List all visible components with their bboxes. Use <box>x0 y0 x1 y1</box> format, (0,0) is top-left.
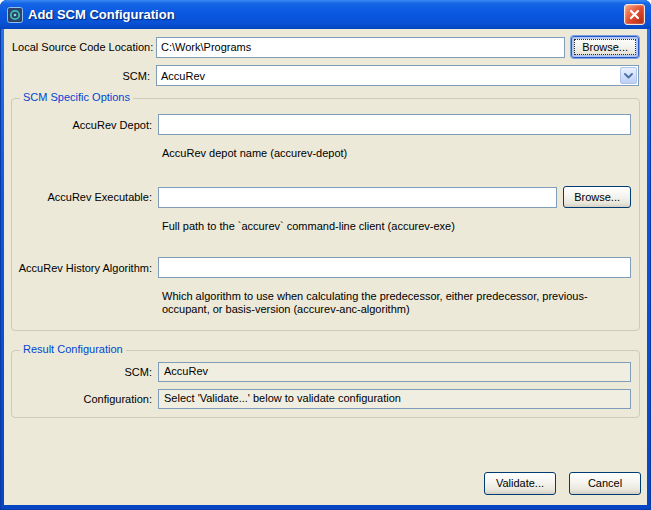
location-row: Local Source Code Location: Browse... <box>8 36 639 58</box>
result-scm-label: SCM: <box>12 366 152 378</box>
scm-combobox-value: AccuRev <box>157 70 619 82</box>
result-configuration-label: Configuration: <box>12 393 152 405</box>
history-help-text: Which algorithm to use when calculating … <box>162 290 619 316</box>
location-input[interactable] <box>156 37 565 58</box>
executable-browse-button[interactable]: Browse... <box>563 186 631 208</box>
depot-row: AccuRev Depot: <box>12 114 631 135</box>
result-group-title: Result Configuration <box>20 343 126 355</box>
history-row: AccuRev History Algorithm: <box>12 257 631 278</box>
location-browse-button[interactable]: Browse... <box>571 36 639 58</box>
location-label: Local Source Code Location: <box>12 41 150 53</box>
close-icon[interactable] <box>624 4 645 25</box>
executable-input[interactable] <box>158 187 557 208</box>
executable-help-text: Full path to the `accurev` command-line … <box>162 220 619 233</box>
scm-app-icon <box>7 7 23 23</box>
scm-combobox[interactable]: AccuRev <box>156 65 639 86</box>
dialog-window: Add SCM Configuration Local Source Code … <box>0 0 651 510</box>
result-scm-row: SCM: AccuRev <box>12 362 631 382</box>
result-configuration-row: Configuration: Select 'Validate...' belo… <box>12 389 631 409</box>
executable-row: AccuRev Executable: Browse... <box>12 186 631 208</box>
depot-help-text: AccuRev depot name (accurev-depot) <box>162 147 619 160</box>
scm-options-group: SCM Specific Options AccuRev Depot: Accu… <box>11 98 640 331</box>
chevron-down-icon[interactable] <box>620 67 637 84</box>
depot-input[interactable] <box>158 114 631 135</box>
dialog-body: Local Source Code Location: Browse... SC… <box>4 29 647 505</box>
scm-options-group-title: SCM Specific Options <box>20 91 133 103</box>
result-configuration-value: Select 'Validate...' below to validate c… <box>158 389 631 409</box>
validate-button[interactable]: Validate... <box>484 472 556 495</box>
scm-row: SCM: AccuRev <box>8 65 639 86</box>
history-input[interactable] <box>158 257 631 278</box>
result-group: Result Configuration SCM: AccuRev Config… <box>11 350 640 418</box>
action-buttons: Validate... Cancel <box>471 472 641 495</box>
titlebar[interactable]: Add SCM Configuration <box>0 0 651 29</box>
result-scm-value: AccuRev <box>158 362 631 382</box>
window-title: Add SCM Configuration <box>28 7 624 22</box>
history-label: AccuRev History Algorithm: <box>12 262 152 274</box>
scm-label: SCM: <box>12 70 150 82</box>
depot-label: AccuRev Depot: <box>12 119 152 131</box>
executable-label: AccuRev Executable: <box>12 191 152 203</box>
cancel-button[interactable]: Cancel <box>569 472 641 495</box>
